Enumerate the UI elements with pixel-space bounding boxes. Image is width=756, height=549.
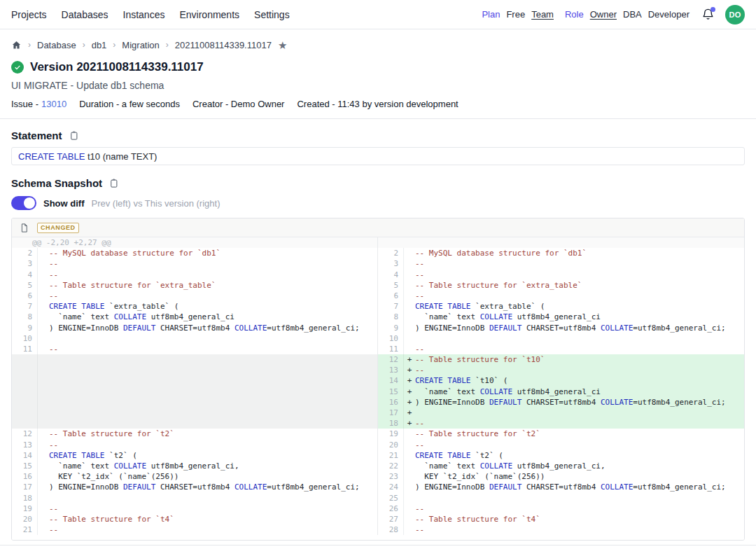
- show-diff-toggle[interactable]: [11, 196, 36, 210]
- line-number: 20: [378, 440, 404, 450]
- line-number: 11: [378, 344, 404, 354]
- diff-code-row: 16+) ENGINE=InnoDB DEFAULT CHARSET=utf8m…: [378, 397, 744, 408]
- code-cell: [38, 365, 377, 375]
- code-cell: --: [38, 503, 377, 514]
- line-number: 4: [378, 270, 404, 280]
- diff-code-row: 21 CREATE TABLE `t2` (: [378, 450, 744, 461]
- sql-token: --: [49, 525, 58, 534]
- bell-icon[interactable]: [701, 8, 715, 22]
- nav-item-databases[interactable]: Databases: [62, 9, 108, 20]
- role-owner-link[interactable]: Owner: [590, 9, 617, 20]
- sql-token: CREATE TABLE: [49, 302, 104, 311]
- nav-item-environments[interactable]: Environments: [179, 9, 239, 20]
- code-cell: --: [38, 440, 377, 450]
- line-number: [12, 387, 38, 397]
- sql-token: `extra_table` (: [104, 302, 178, 311]
- sql-token: =utf8mb4_general_ci;: [633, 398, 725, 407]
- diff-sign: [404, 312, 415, 322]
- code-cell: [38, 375, 377, 386]
- breadcrumb-item[interactable]: Migration: [122, 40, 159, 50]
- line-number: 28: [378, 524, 404, 535]
- diff-sign: [38, 344, 49, 354]
- line-number: 8: [378, 312, 404, 322]
- code-cell: ) ENGINE=InnoDB DEFAULT CHARSET=utf8mb4 …: [404, 323, 744, 333]
- line-number: 15: [12, 461, 38, 471]
- avatar[interactable]: DO: [725, 5, 745, 25]
- sql-token: CHARSET=utf8mb4: [522, 482, 601, 492]
- sql-token: CHARSET=utf8mb4: [522, 324, 601, 333]
- diff-code-row: 17 ) ENGINE=InnoDB DEFAULT CHARSET=utf8m…: [12, 482, 377, 492]
- top-nav: ProjectsDatabasesInstancesEnvironmentsSe…: [0, 0, 756, 29]
- sql-token: COLLATE: [601, 324, 633, 333]
- breadcrumb-item[interactable]: db1: [92, 40, 107, 50]
- diff-sign: [38, 270, 49, 280]
- diff-sign: +: [404, 354, 415, 365]
- code-cell: +CREATE TABLE `t10` (: [404, 375, 744, 386]
- code-cell: `name` text COLLATE utf8mb4_general_ci,: [38, 461, 377, 471]
- plan-team-link[interactable]: Team: [531, 9, 554, 20]
- line-number: [12, 375, 38, 386]
- diff-filler-row: [12, 418, 377, 429]
- sql-token: -- Table structure for `t2`: [49, 429, 174, 438]
- sql-token: CHARSET=utf8mb4: [155, 324, 234, 333]
- sql-token: KEY `t2_idx` (`name`(256)): [49, 472, 178, 481]
- breadcrumb-items: ›Database›db1›Migration›20211008114339.1…: [28, 40, 272, 50]
- page-title: Version 20211008114339.11017: [30, 60, 204, 74]
- home-icon[interactable]: [11, 40, 22, 50]
- line-number: 10: [12, 333, 38, 344]
- star-icon[interactable]: ★: [278, 40, 287, 50]
- line-number: 17: [378, 408, 404, 418]
- nav-item-settings[interactable]: Settings: [254, 9, 290, 20]
- code-cell: ) ENGINE=InnoDB DEFAULT CHARSET=utf8mb4 …: [404, 482, 744, 492]
- breadcrumb-item[interactable]: 20211008114339.11017: [175, 40, 272, 50]
- diff-sign: [38, 258, 49, 269]
- diff-sign: [38, 333, 49, 344]
- breadcrumb-separator: ›: [113, 40, 115, 50]
- line-number: 16: [378, 397, 404, 408]
- version-meta-item: Issue -13010: [11, 99, 66, 109]
- diff-code-row: 2 -- MySQL database structure for `db1`: [378, 248, 744, 258]
- sql-token: --: [49, 291, 58, 300]
- account-bar: Plan Free Team Role Owner DBA Developer …: [482, 5, 745, 25]
- version-meta-item: Duration - a few seconds: [79, 99, 180, 109]
- nav-item-instances[interactable]: Instances: [123, 9, 165, 20]
- role-developer[interactable]: Developer: [648, 9, 690, 20]
- sql-token: `name` text: [415, 387, 480, 396]
- sql-token: --: [415, 345, 424, 354]
- line-number: 21: [12, 524, 38, 535]
- line-number: 13: [378, 365, 404, 375]
- diff-body: @@ -2,20 +2,27 @@2 -- MySQL database str…: [12, 237, 744, 540]
- breadcrumb-item[interactable]: Database: [37, 40, 76, 50]
- diff-code-row: 19 -- Table structure for `t2`: [378, 429, 744, 439]
- diff-sign: [38, 493, 49, 503]
- line-number: 17: [12, 482, 38, 492]
- sql-token: =utf8mb4_general_ci;: [633, 482, 725, 492]
- role-dba[interactable]: DBA: [623, 9, 642, 20]
- diff-code-row: 12 -- Table structure for `t2`: [12, 429, 377, 439]
- issue-link[interactable]: 13010: [41, 99, 66, 109]
- breadcrumb-separator: ›: [166, 40, 169, 50]
- copy-snapshot-icon[interactable]: [108, 178, 119, 188]
- sql-token: COLLATE: [601, 482, 633, 492]
- line-number: 25: [378, 493, 404, 503]
- line-number: 5: [378, 280, 404, 291]
- sql-token: ) ENGINE=InnoDB: [49, 324, 123, 333]
- success-check-icon: [11, 61, 24, 74]
- diff-sign: [404, 524, 415, 535]
- line-number: 22: [378, 461, 404, 471]
- meta-text: Duration - a few seconds: [79, 99, 180, 109]
- file-icon: [19, 223, 29, 233]
- sql-token: ) ENGINE=InnoDB: [49, 482, 123, 492]
- code-cell: --: [404, 503, 744, 514]
- line-number: 20: [12, 514, 38, 524]
- statement-heading: Statement: [11, 130, 62, 141]
- sql-token: DEFAULT: [489, 482, 522, 492]
- snapshot-heading-row: Schema Snapshot: [11, 176, 745, 189]
- line-number: [12, 354, 38, 365]
- code-cell: CREATE TABLE `t2` (: [38, 450, 377, 461]
- code-cell: -- MySQL database structure for `db1`: [404, 248, 744, 258]
- copy-statement-icon[interactable]: [69, 130, 79, 141]
- diff-code-row: 18: [12, 493, 377, 503]
- nav-item-projects[interactable]: Projects: [11, 9, 47, 20]
- diff-code-row: 5 -- Table structure for `extra_table`: [12, 280, 377, 291]
